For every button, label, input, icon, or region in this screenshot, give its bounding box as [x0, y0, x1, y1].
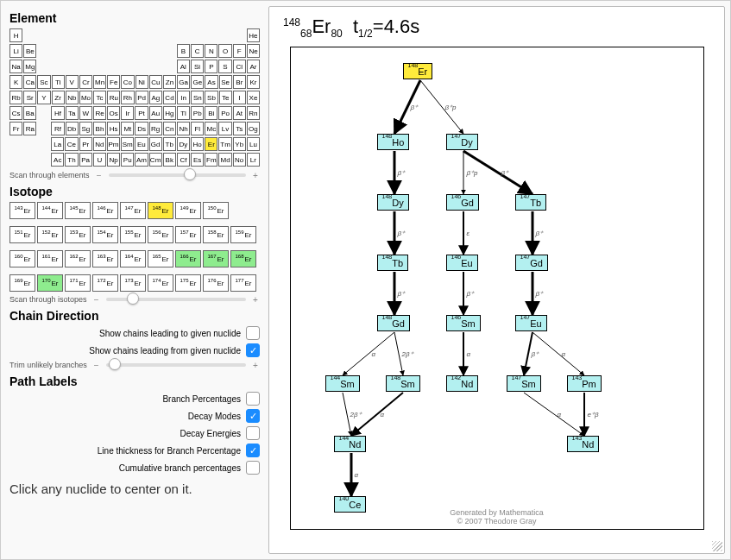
element-Au[interactable]: Au	[149, 106, 162, 120]
element-B[interactable]: B	[177, 44, 190, 58]
isotope-154[interactable]: 154Er	[92, 226, 118, 243]
element-Re[interactable]: Re	[93, 106, 106, 120]
element-Mc[interactable]: Mc	[205, 122, 217, 135]
isotope-166[interactable]: 166Er	[175, 250, 201, 267]
element-Sm[interactable]: Sm	[121, 137, 134, 151]
element-Yb[interactable]: Yb	[233, 137, 246, 151]
element-Fl[interactable]: Fl	[191, 122, 204, 135]
isotope-170[interactable]: 170Er	[37, 274, 63, 292]
element-Co[interactable]: Co	[121, 75, 134, 89]
isotope-163[interactable]: 163Er	[92, 250, 118, 267]
nuclide-143Nd[interactable]: 143Nd	[567, 436, 600, 452]
nuclide-147Dy[interactable]: 147Dy	[446, 134, 478, 150]
isotope-147[interactable]: 147Er	[120, 202, 146, 219]
isotope-164[interactable]: 164Er	[120, 250, 146, 267]
nuclide-140Ce[interactable]: 140Ce	[334, 496, 367, 513]
element-Nd[interactable]: Nd	[93, 137, 106, 151]
minus-icon[interactable]: −	[95, 171, 104, 179]
element-Sr[interactable]: Sr	[23, 91, 36, 104]
isotope-173[interactable]: 173Er	[120, 274, 146, 292]
element-Pb[interactable]: Pb	[191, 106, 204, 120]
element-H[interactable]: H	[9, 28, 22, 42]
element-Ds[interactable]: Ds	[135, 122, 148, 135]
isotope-146[interactable]: 146Er	[92, 202, 118, 219]
element-Bi[interactable]: Bi	[205, 106, 217, 120]
element-Rn[interactable]: Rn	[247, 106, 260, 120]
element-Mg[interactable]: Mg	[23, 60, 36, 73]
isotope-175[interactable]: 175Er	[175, 274, 201, 292]
element-Db[interactable]: Db	[66, 122, 79, 135]
nuclide-144Nd[interactable]: 144Nd	[334, 436, 367, 452]
isotope-145[interactable]: 145Er	[65, 202, 91, 219]
element-Ge[interactable]: Ge	[191, 75, 204, 89]
isotope-159[interactable]: 159Er	[230, 226, 256, 243]
nuclide-147Sm[interactable]: 147Sm	[507, 375, 541, 392]
checkbox-decay-energies[interactable]	[246, 426, 260, 440]
isotope-152[interactable]: 152Er	[37, 226, 63, 243]
nuclide-144Sm[interactable]: 144Sm	[325, 375, 360, 392]
element-Es[interactable]: Es	[191, 153, 204, 167]
element-Pu[interactable]: Pu	[121, 153, 134, 167]
element-No[interactable]: No	[233, 153, 246, 167]
element-Al[interactable]: Al	[177, 60, 190, 73]
element-Ra[interactable]: Ra	[23, 122, 36, 135]
element-At[interactable]: At	[233, 106, 246, 120]
element-Si[interactable]: Si	[191, 60, 204, 73]
isotope-149[interactable]: 149Er	[175, 202, 201, 219]
isotope-174[interactable]: 174Er	[148, 274, 173, 292]
element-Ce[interactable]: Ce	[65, 137, 78, 151]
element-V[interactable]: V	[66, 75, 79, 89]
element-Tc[interactable]: Tc	[93, 91, 106, 104]
trim-slider[interactable]	[106, 363, 246, 367]
element-Og[interactable]: Og	[247, 122, 260, 135]
element-Tb[interactable]: Tb	[163, 137, 176, 151]
isotope-150[interactable]: 150Er	[203, 202, 229, 219]
element-Ti[interactable]: Ti	[52, 75, 65, 89]
element-Tl[interactable]: Tl	[177, 106, 190, 120]
element-Ir[interactable]: Ir	[121, 106, 134, 120]
element-Pd[interactable]: Pd	[135, 91, 148, 104]
element-Mo[interactable]: Mo	[79, 91, 92, 104]
element-Zr[interactable]: Zr	[52, 91, 65, 104]
element-Cm[interactable]: Cm	[149, 153, 162, 167]
isotope-slider[interactable]	[106, 298, 246, 301]
isotope-158[interactable]: 158Er	[203, 226, 229, 243]
element-Ca[interactable]: Ca	[23, 75, 36, 89]
element-Hg[interactable]: Hg	[163, 106, 176, 120]
element-Hf[interactable]: Hf	[51, 106, 64, 120]
element-Sc[interactable]: Sc	[37, 75, 50, 89]
checkbox-lead-to[interactable]	[246, 326, 260, 340]
element-C[interactable]: C	[191, 44, 204, 58]
element-Pt[interactable]: Pt	[135, 106, 148, 120]
isotope-148[interactable]: 148Er	[148, 202, 173, 219]
element-Te[interactable]: Te	[219, 91, 232, 104]
nuclide-146Gd[interactable]: 146Gd	[446, 194, 479, 211]
element-Cl[interactable]: Cl	[233, 60, 246, 73]
element-Rf[interactable]: Rf	[51, 122, 64, 135]
element-Ni[interactable]: Ni	[135, 75, 148, 89]
element-Lu[interactable]: Lu	[247, 137, 260, 151]
isotope-171[interactable]: 171Er	[65, 274, 91, 292]
element-Be[interactable]: Be	[23, 44, 36, 58]
element-Lv[interactable]: Lv	[218, 122, 231, 135]
element-La[interactable]: La	[51, 137, 64, 151]
nuclide-147Tb[interactable]: 147Tb	[515, 194, 547, 211]
element-Pm[interactable]: Pm	[107, 137, 120, 151]
isotope-168[interactable]: 168Er	[230, 250, 256, 267]
element-Ag[interactable]: Ag	[149, 91, 162, 104]
element-I[interactable]: I	[233, 91, 246, 104]
element-Bk[interactable]: Bk	[163, 153, 176, 167]
element-Ru[interactable]: Ru	[107, 91, 120, 104]
isotope-157[interactable]: 157Er	[175, 226, 201, 243]
isotope-160[interactable]: 160Er	[9, 250, 35, 267]
element-Cd[interactable]: Cd	[163, 91, 176, 104]
isotope-177[interactable]: 177Er	[230, 274, 256, 292]
element-Na[interactable]: Na	[9, 60, 22, 73]
element-Li[interactable]: Li	[9, 44, 22, 58]
element-Th[interactable]: Th	[65, 153, 78, 167]
checkbox-branch-pct[interactable]	[246, 392, 260, 406]
nuclide-146Eu[interactable]: 146Eu	[446, 255, 478, 271]
element-Lr[interactable]: Lr	[247, 153, 260, 167]
element-Cn[interactable]: Cn	[163, 122, 176, 135]
element-Dy[interactable]: Dy	[177, 137, 190, 151]
